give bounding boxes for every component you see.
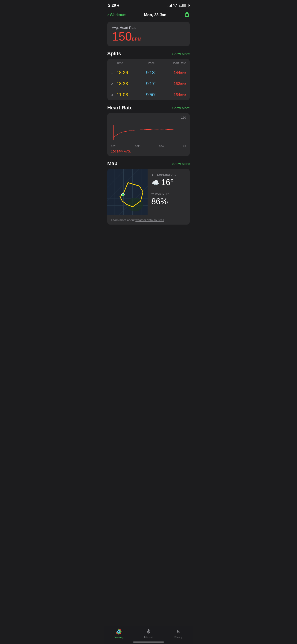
location-icon <box>117 4 119 7</box>
splits-show-more[interactable]: Show More <box>172 52 190 56</box>
table-row: 1 18:26 9'13'' 144BPM <box>107 67 190 78</box>
table-row: 2 18:33 9'17'' 153BPM <box>107 78 190 89</box>
navigation-bar: ‹ Workouts Mon, 23 Jan <box>104 10 194 21</box>
chart-time-labels: 6:20 6:36 6:52 99 <box>107 143 190 149</box>
splits-card: Time Pace Heart Rate 1 18:26 9'13'' 144B… <box>107 59 190 100</box>
wifi-icon <box>173 4 177 7</box>
heart-rate-chart-card: 160 6:20 6:36 6:52 99 150 BPM AVG. <box>107 113 190 156</box>
avg-heart-rate-card: Avg. Heart Rate 150BPM <box>107 22 190 46</box>
table-row: 3 11:08 9'50'' 154BPM <box>107 89 190 100</box>
map-title: Map <box>107 160 118 166</box>
splits-title: Splits <box>107 51 121 57</box>
splits-section-header: Splits Show More <box>104 46 194 59</box>
main-content: Avg. Heart Rate 150BPM Splits Show More … <box>104 22 194 248</box>
status-indicators: 61 <box>168 4 189 7</box>
time-column-header: Time <box>116 61 140 65</box>
share-button[interactable] <box>184 12 190 18</box>
pace-column-header: Pace <box>140 61 163 65</box>
humidity-value: 86% <box>151 197 186 206</box>
map-section-header: Map Show More <box>104 156 194 169</box>
svg-point-18 <box>122 193 124 196</box>
status-bar: 2:29 61 <box>104 0 194 10</box>
page-title: Mon, 23 Jan <box>144 13 166 17</box>
heart-rate-section-header: Heart Rate Show More <box>104 100 194 113</box>
splits-header: Time Pace Heart Rate <box>107 59 190 67</box>
signal-icon <box>168 4 172 7</box>
weather-data-sources-link[interactable]: weather data sources <box>136 218 164 222</box>
chart-svg <box>111 120 186 143</box>
chevron-left-icon: ‹ <box>107 12 109 18</box>
map-card: 🌡 TEMPERATURE ☁️ 16° 〜 HUMIDITY 86% <box>107 169 190 224</box>
map-preview[interactable] <box>107 169 148 215</box>
weather-link[interactable]: Learn more about weather data sources <box>107 216 190 224</box>
humidity-row: 〜 HUMIDITY 86% <box>151 192 186 206</box>
avg-hr-label: Avg. Heart Rate <box>112 26 185 30</box>
map-streets-svg <box>107 169 148 215</box>
hr-avg-label: 150 BPM AVG. <box>107 149 190 154</box>
hr-column-header: Heart Rate <box>163 61 186 65</box>
temperature-value: ☁️ 16° <box>151 178 186 187</box>
heart-rate-chart <box>111 120 186 143</box>
heart-rate-show-more[interactable]: Show More <box>172 106 190 110</box>
avg-hr-value: 150BPM <box>112 30 185 42</box>
temperature-row: 🌡 TEMPERATURE ☁️ 16° <box>151 174 186 187</box>
cloud-icon: ☁️ <box>151 179 159 186</box>
weather-info: 🌡 TEMPERATURE ☁️ 16° 〜 HUMIDITY 86% <box>148 169 190 216</box>
status-time: 2:29 <box>108 3 119 8</box>
chart-max-label: 160 <box>107 116 190 119</box>
heart-rate-title: Heart Rate <box>107 105 132 111</box>
back-button[interactable]: ‹ Workouts <box>107 12 126 18</box>
battery-icon: 61 <box>179 4 189 7</box>
back-label: Workouts <box>110 13 126 17</box>
map-show-more[interactable]: Show More <box>172 162 190 166</box>
svg-point-17 <box>127 198 143 212</box>
